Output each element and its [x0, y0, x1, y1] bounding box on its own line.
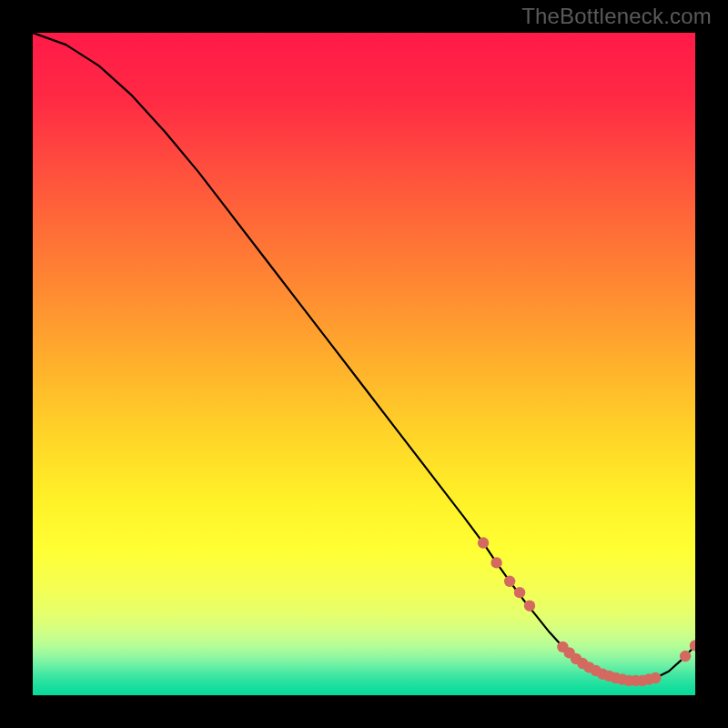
chart-marker	[514, 587, 525, 598]
chart-marker	[650, 672, 661, 683]
chart-marker	[504, 576, 515, 587]
chart-frame: TheBottleneck.com	[0, 0, 728, 728]
watermark-text: TheBottleneck.com	[521, 4, 712, 29]
chart-marker	[490, 557, 501, 568]
chart-marker	[478, 537, 489, 548]
chart-background	[33, 33, 695, 695]
chart-plot-area	[33, 33, 695, 695]
chart-marker	[680, 651, 691, 662]
chart-marker	[524, 601, 535, 612]
chart-svg	[33, 33, 695, 695]
